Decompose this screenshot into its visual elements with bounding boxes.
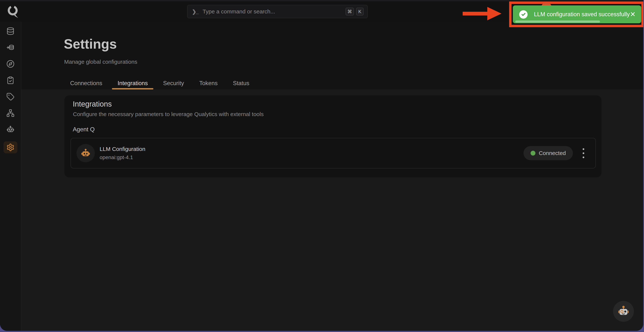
integration-avatar [76, 144, 95, 162]
database-import-icon [6, 43, 14, 52]
sidebar-item-checks[interactable] [6, 76, 15, 85]
command-search-bar[interactable]: ❯_ ⌘ K [187, 5, 368, 18]
app-window: ❯_ ⌘ K [0, 0, 643, 331]
toast-progress-bar [515, 20, 600, 22]
status-badge: Connected [524, 146, 573, 160]
sidebar-item-agent-q[interactable] [6, 125, 15, 134]
toast-close-icon[interactable]: ✕ [630, 11, 636, 18]
card-title: Integrations [73, 100, 112, 108]
network-icon [6, 109, 14, 117]
sidebar-item-settings[interactable] [4, 141, 17, 153]
content-area: Integrations Configure the necessary par… [21, 89, 643, 331]
annotation-arrow-icon [463, 7, 502, 20]
sidebar-item-containers[interactable] [6, 109, 15, 118]
toast-message: LLM configuration saved successfully [534, 11, 630, 18]
llm-configuration-row[interactable]: LLM Configuration openai:gpt-4.1 Connect… [70, 138, 596, 168]
sidebar-nav [0, 22, 21, 331]
tag-icon [6, 93, 14, 101]
status-dot-icon [530, 151, 536, 156]
check-circle-icon [519, 10, 528, 19]
settings-tab-bar: Connections Integrations Security Tokens… [64, 77, 255, 89]
clipboard-check-icon [6, 76, 14, 84]
integration-model: openai:gpt-4.1 [100, 155, 145, 161]
tab-integrations[interactable]: Integrations [112, 77, 153, 89]
success-toast: LLM configuration saved successfully ✕ [513, 5, 641, 23]
tab-connections[interactable]: Connections [64, 77, 108, 89]
sidebar-item-source-datastores[interactable] [6, 43, 15, 52]
row-menu-button[interactable] [581, 147, 586, 160]
robot-icon [81, 148, 90, 158]
cmd-key-badge: ⌘ [346, 8, 354, 15]
page-header: Settings Manage global configurations Co… [21, 22, 643, 89]
settings-gear-icon [6, 143, 14, 152]
k-key-badge: K [356, 8, 364, 15]
tab-security[interactable]: Security [158, 77, 190, 89]
search-input[interactable] [202, 8, 343, 15]
assistant-chat-button[interactable] [613, 301, 634, 322]
card-subtitle: Configure the necessary parameters to le… [73, 111, 264, 117]
tab-tokens[interactable]: Tokens [194, 77, 223, 89]
status-label: Connected [539, 150, 566, 156]
compass-icon [6, 60, 14, 68]
qualytics-logo-icon [7, 3, 19, 19]
bot-icon [6, 125, 14, 134]
chat-bot-icon [617, 305, 630, 318]
integrations-card: Integrations Configure the necessary par… [64, 95, 602, 177]
page-title: Settings [64, 36, 117, 52]
annotation-highlight-box: LLM configuration saved successfully ✕ [509, 1, 643, 27]
sidebar-item-datastores[interactable] [6, 27, 15, 36]
sidebar-item-explore[interactable] [6, 59, 15, 68]
section-title-agent-q: Agent Q [73, 126, 94, 133]
sidebar-item-tags[interactable] [6, 92, 15, 101]
terminal-prompt-icon: ❯_ [192, 8, 198, 15]
page-subtitle: Manage global configurations [64, 59, 137, 65]
integration-name: LLM Configuration [100, 146, 145, 152]
database-icon [6, 27, 14, 35]
integration-info: LLM Configuration openai:gpt-4.1 [100, 146, 145, 161]
tab-status[interactable]: Status [228, 77, 255, 89]
